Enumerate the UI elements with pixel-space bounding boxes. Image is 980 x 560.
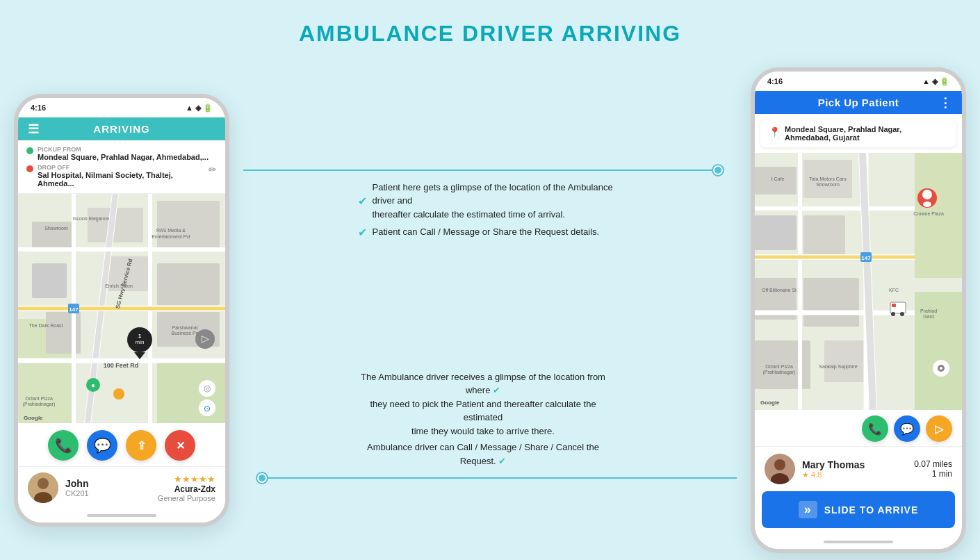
- right-call-button[interactable]: 📞: [862, 415, 888, 442]
- edit-icon[interactable]: ✏: [209, 164, 217, 175]
- svg-text:(Prahladnagar): (Prahladnagar): [763, 370, 796, 375]
- driver-id: CK201: [65, 489, 158, 497]
- vehicle-name: Acura-Zdx: [158, 484, 215, 494]
- menu-icon[interactable]: ☰: [28, 122, 40, 137]
- slide-label: SLIDE TO ARRIVE: [824, 504, 919, 516]
- top-annotation-text2: Patient can Call / Message or Share the …: [373, 225, 600, 239]
- svg-rect-7: [157, 263, 220, 305]
- top-connector-dot: [713, 165, 723, 175]
- svg-text:Entertainment Pvt: Entertainment Pvt: [152, 234, 190, 239]
- dropoff-dot: [26, 165, 33, 172]
- left-header-title: ARRIVING: [93, 123, 149, 135]
- svg-rect-6: [32, 263, 67, 298]
- right-share-button[interactable]: ▷: [926, 415, 952, 442]
- svg-text:◎: ◎: [204, 384, 211, 393]
- right-driver-info: Mary Thomas ★ 4.8: [802, 459, 914, 479]
- svg-text:100 Feet Rd: 100 Feet Rd: [104, 362, 139, 369]
- check-icon-2: ✔: [358, 226, 367, 239]
- driver-distance-info: 0.07 miles 1 min: [914, 459, 952, 479]
- right-time: 4:16: [767, 77, 783, 85]
- pickup-label: PICKUP FROM: [38, 146, 209, 153]
- svg-text:Business Pa: Business Pa: [172, 331, 199, 336]
- svg-point-35: [113, 388, 124, 400]
- svg-rect-85: [892, 304, 896, 307]
- cancel-button[interactable]: ✕: [165, 430, 195, 461]
- right-chat-button[interactable]: 💬: [894, 415, 920, 442]
- svg-point-83: [923, 201, 931, 207]
- left-status-bar: 4:16 ▲ ◈ 🔋: [18, 98, 225, 117]
- svg-rect-58: [803, 278, 859, 327]
- right-address-line2: Ahmedabad, Gujarat: [785, 133, 901, 142]
- annotation-area: ✔ Patient here gets a glimpse of the loc…: [229, 102, 751, 519]
- svg-point-48: [38, 478, 49, 489]
- pin-icon: 📍: [769, 126, 781, 138]
- bottom-annotation-text2: Ambulance driver can Call / Message / Sh…: [351, 440, 615, 468]
- bottom-connector-line-right: [267, 477, 737, 479]
- left-action-buttons: 📞 💬 ⇪ ✕: [18, 423, 225, 466]
- right-driver-name: Mary Thomas: [802, 459, 914, 470]
- svg-text:Gard: Gard: [923, 314, 934, 319]
- driver-rating: ★★★★★: [158, 474, 215, 484]
- left-driver-card: John CK201 ★★★★★ Acura-Zdx General Purpo…: [18, 466, 225, 509]
- svg-text:min: min: [136, 339, 145, 345]
- slide-arrows-icon: »: [799, 501, 817, 518]
- left-bottom-bar: [18, 509, 225, 522]
- driver-avatar: [28, 472, 58, 503]
- svg-text:Octant Pizza: Octant Pizza: [25, 396, 53, 401]
- left-time: 4:16: [31, 104, 46, 112]
- right-address-line1: Mondeal Square, Prahlad Nagar,: [785, 125, 901, 133]
- left-status-icons: ▲ ◈ 🔋: [186, 104, 213, 113]
- top-annotation-line1: ✔ Patient here gets a glimpse of the loc…: [358, 181, 637, 222]
- driver-info: John CK201: [65, 478, 158, 497]
- svg-text:RAS Media &: RAS Media &: [156, 228, 186, 233]
- left-header: ☰ ARRIVING: [18, 117, 225, 140]
- right-bottom-indicator: [824, 541, 893, 543]
- svg-text:Off Billionaire St: Off Billionaire St: [762, 288, 797, 293]
- check-icon-1: ✔: [358, 195, 367, 208]
- dropoff-label: DROP OFF: [38, 164, 204, 171]
- svg-point-94: [774, 459, 785, 470]
- svg-point-87: [900, 312, 904, 316]
- right-driver-card: Mary Thomas ★ 4.8 0.07 miles 1 min: [755, 446, 962, 491]
- bottom-indicator: [87, 514, 156, 517]
- left-phone: 4:16 ▲ ◈ 🔋 ☰ ARRIVING PICKUP FROM Mondea…: [14, 94, 229, 527]
- more-options-icon[interactable]: ⋮: [939, 95, 952, 110]
- right-driver-rating: ★ 4.8: [802, 470, 914, 479]
- svg-text:1: 1: [138, 333, 142, 339]
- right-phone: 4:16 ▲ ◈ 🔋 Pick Up Patient ⋮ 📍 Mondeal S…: [751, 67, 966, 553]
- left-map: 147 SG Hwy Service Rd 100 Feet Rd Iscoon…: [18, 194, 225, 423]
- check-icon-3: ✔: [493, 385, 500, 395]
- chat-button[interactable]: 💬: [87, 430, 117, 461]
- svg-text:Showroom: Showroom: [816, 182, 840, 187]
- slide-to-arrive-button[interactable]: » SLIDE TO ARRIVE: [762, 491, 955, 528]
- pickup-dot: [26, 147, 33, 154]
- svg-text:147: 147: [69, 306, 79, 313]
- distance-value: 0.07 miles: [914, 459, 952, 469]
- right-map: 147 t Cafe Tata Motors Cars Showroom Cro…: [755, 153, 962, 410]
- right-bottom-bar: [755, 535, 962, 549]
- check-icon-4: ✔: [498, 456, 506, 466]
- svg-text:Parshwanat: Parshwanat: [172, 325, 198, 330]
- svg-point-86: [891, 312, 895, 316]
- share-button[interactable]: ⇪: [126, 430, 156, 461]
- svg-rect-55: [755, 215, 797, 250]
- svg-rect-56: [803, 215, 845, 257]
- svg-text:▷: ▷: [202, 333, 209, 344]
- call-button[interactable]: 📞: [48, 430, 79, 461]
- pickup-address: Mondeal Square, Prahlad Nagar, Ahmedabad…: [38, 153, 209, 161]
- driver-name: John: [65, 478, 158, 489]
- svg-text:Google: Google: [760, 400, 780, 406]
- svg-text:147: 147: [861, 255, 871, 261]
- bottom-connector-dot: [257, 473, 267, 483]
- left-address-bar: PICKUP FROM Mondeal Square, Prahlad Naga…: [18, 140, 225, 194]
- bottom-annotation: The Ambulance driver receives a glimpse …: [243, 370, 737, 484]
- svg-rect-2: [157, 361, 225, 423]
- right-header: Pick Up Patient ⋮: [755, 91, 962, 114]
- svg-text:Octant Pizza: Octant Pizza: [765, 364, 793, 369]
- svg-text:Iscoon Elegance: Iscoon Elegance: [73, 216, 109, 222]
- svg-text:⊙: ⊙: [204, 404, 211, 413]
- svg-rect-60: [824, 340, 866, 382]
- vehicle-info: ★★★★★ Acura-Zdx General Purpose: [158, 474, 215, 502]
- svg-text:Sankalp Sapphire: Sankalp Sapphire: [819, 364, 857, 370]
- svg-text:Tata Motors Cars: Tata Motors Cars: [809, 176, 847, 181]
